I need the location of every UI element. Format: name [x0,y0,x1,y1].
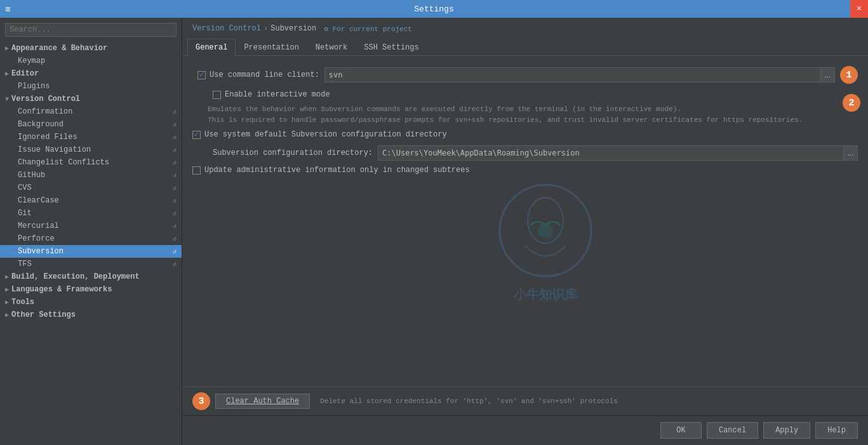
sidebar-item-label: Languages & Frameworks [11,285,112,294]
breadcrumb: Version Control › Subversion ⚙ For curre… [182,18,868,38]
use-command-line-client-checkbox[interactable] [197,71,206,79]
sidebar-item-label: GitHub [18,171,45,180]
step-badge-3: 3 [192,392,210,410]
sidebar-item-changelist-conflicts[interactable]: Changelist Conflicts ↺ [0,156,182,169]
sidebar-item-appearance-behavior[interactable]: ▶ Appearance & Behavior [0,42,182,55]
sidebar-item-label: TFS [18,260,32,269]
clear-auth-cache-button[interactable]: Clear Auth Cache [215,394,310,409]
expand-icon: ▶ [5,298,9,306]
sidebar-item-background[interactable]: Background ↺ [0,118,182,131]
badge-3: 3 [192,392,210,410]
reset-icon: ↺ [173,235,177,242]
sidebar-item-clearcase[interactable]: ClearCase ↺ [0,194,182,207]
svn-path-input[interactable] [324,67,821,83]
sidebar-item-label: Tools [11,298,34,307]
expand-icon: ▼ [5,96,9,103]
expand-icon: ▶ [5,70,9,77]
reset-icon: ↺ [173,260,177,268]
sidebar-item-subversion[interactable]: Subversion ↺ [0,245,182,258]
update-admin-info-label[interactable]: Update administrative information only i… [192,166,470,175]
update-admin-info-checkbox[interactable] [192,166,201,175]
sidebar-search-container [0,18,182,42]
cancel-button[interactable]: Cancel [707,422,758,439]
sidebar-item-confirmation[interactable]: Confirmation ↺ [0,105,182,118]
tab-network[interactable]: Network [307,39,356,56]
app-icon: ≋ [5,4,10,15]
use-system-default-label[interactable]: Use system default Subversion configurat… [192,130,447,139]
enable-interactive-mode-row: Enable interactive mode [192,90,858,99]
expand-icon: ▶ [5,273,9,281]
sidebar-item-label: Appearance & Behavior [11,44,107,53]
sidebar-item-other-settings[interactable]: ▶ Other Settings [0,309,182,321]
sidebar-item-plugins[interactable]: Plugins [0,80,182,93]
sidebar-item-label: Changelist Conflicts [18,158,109,167]
sidebar-tree: ▶ Appearance & Behavior Keymap ▶ Editor … [0,42,182,445]
sidebar-item-label: Plugins [18,82,50,91]
use-system-default-checkbox[interactable] [192,131,201,139]
sidebar-item-keymap[interactable]: Keymap [0,55,182,67]
step-badge-1: 1 [840,66,858,84]
sidebar-item-label: Subversion [18,247,63,256]
step-badge-2: 2 [843,94,860,112]
enable-interactive-mode-checkbox[interactable] [213,91,221,99]
close-button[interactable]: × [850,0,868,18]
config-directory-browse-button[interactable]: ... [844,145,858,161]
sidebar-item-git[interactable]: Git ↺ [0,207,182,220]
use-system-default-row: Use system default Subversion configurat… [192,130,858,139]
badge-1: 1 [840,66,858,84]
svn-path-container: ... [324,67,835,83]
settings-content-wrapper: 2 小牛知识库 [182,56,868,415]
interactive-mode-description: Emulates the behavior when Subversion co… [208,104,858,125]
use-command-line-client-label[interactable]: Use command line client: [197,70,319,79]
sidebar-item-tools[interactable]: ▶ Tools [0,296,182,309]
main-layout: ▶ Appearance & Behavior Keymap ▶ Editor … [0,18,868,445]
sidebar-item-issue-navigation[interactable]: Issue Navigation ↺ [0,143,182,156]
reset-icon: ↺ [173,121,177,128]
sidebar-item-label: Mercurial [18,222,59,230]
sidebar-item-label: ClearCase [18,196,59,205]
expand-icon: ▶ [5,286,9,293]
sidebar-item-build-execution-deployment[interactable]: ▶ Build, Execution, Deployment [0,270,182,283]
sidebar-item-label: Version Control [11,95,80,103]
dialog-title: Settings [414,4,453,14]
sidebar-item-label: CVS [18,183,32,192]
reset-icon: ↺ [173,108,177,116]
tab-presentation[interactable]: Presentation [236,39,307,56]
help-button[interactable]: Help [815,422,858,439]
sidebar-item-label: Other Settings [11,310,76,319]
sidebar: ▶ Appearance & Behavior Keymap ▶ Editor … [0,18,182,445]
sidebar-item-label: Git [18,209,32,218]
sidebar-item-label: Background [18,120,63,129]
config-directory-input[interactable] [378,145,844,161]
search-input[interactable] [5,23,177,37]
sidebar-item-github[interactable]: GitHub ↺ [0,169,182,182]
sidebar-item-mercurial[interactable]: Mercurial ↺ [0,220,182,232]
sidebar-item-languages-frameworks[interactable]: ▶ Languages & Frameworks [0,283,182,296]
config-directory-row: Subversion configuration directory: ... [192,145,858,161]
reset-icon: ↺ [173,197,177,204]
reset-icon: ↺ [173,171,177,179]
breadcrumb-current: Subversion [270,24,316,33]
svn-path-browse-button[interactable]: ... [821,67,835,83]
breadcrumb-parent[interactable]: Version Control [192,24,261,33]
config-directory-container: ... [378,145,858,161]
sidebar-item-perforce[interactable]: Perforce ↺ [0,232,182,245]
use-command-line-client-row: Use command line client: ... 1 [192,66,858,84]
sidebar-item-label: Editor [11,69,39,78]
apply-button[interactable]: Apply [763,422,810,439]
reset-icon: ↺ [173,159,177,166]
sidebar-item-version-control[interactable]: ▼ Version Control [0,93,182,105]
reset-icon: ↺ [173,184,177,192]
dialog-footer: OK Cancel Apply Help [182,415,868,445]
sidebar-item-editor[interactable]: ▶ Editor [0,67,182,80]
enable-interactive-mode-label[interactable]: Enable interactive mode [213,90,330,99]
ok-button[interactable]: OK [660,422,702,439]
reset-icon: ↺ [173,248,177,255]
badge-2: 2 [843,94,860,112]
reset-icon: ↺ [173,133,177,141]
sidebar-item-cvs[interactable]: CVS ↺ [0,182,182,194]
sidebar-item-tfs[interactable]: TFS ↺ [0,258,182,270]
tab-general[interactable]: General [187,39,236,56]
sidebar-item-ignored-files[interactable]: Ignored Files ↺ [0,131,182,143]
tab-ssh-settings[interactable]: SSH Settings [356,39,427,56]
